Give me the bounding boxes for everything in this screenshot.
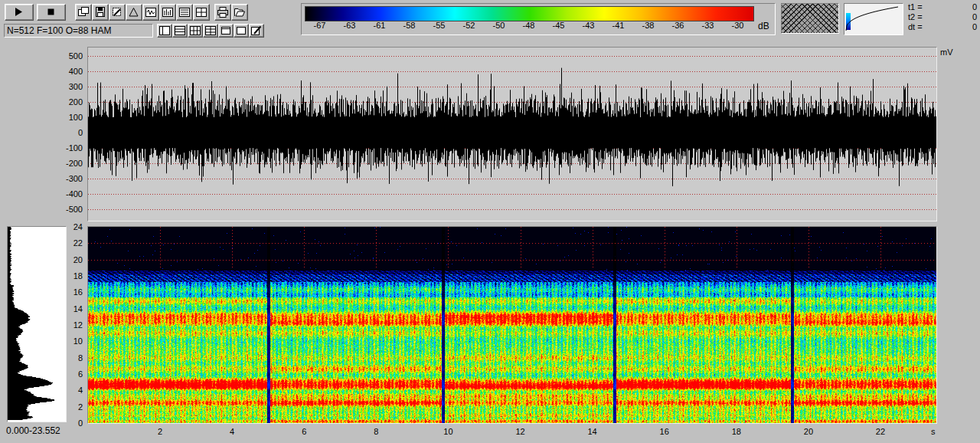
db-unit-label: dB (758, 21, 769, 31)
colorbar-tick: -38 (635, 21, 662, 30)
toolbar-row1 (5, 4, 248, 21)
colorbar-tick: -67 (306, 21, 334, 30)
colorbar-tick: -41 (605, 21, 632, 30)
colorbar-gradient (305, 6, 754, 21)
colorbar-tick: -48 (515, 21, 543, 30)
print-button[interactable] (214, 4, 231, 21)
blank-button[interactable] (234, 24, 249, 38)
spectrogram-analyzer-window: N=512 F=100 O=88 HAM -67-63-61-58-55-52-… (0, 0, 980, 443)
layout-lines-button[interactable] (172, 24, 188, 38)
grid-icon (204, 25, 217, 37)
seconds-unit-label: s (931, 427, 936, 436)
colorbar-tick: -30 (724, 21, 752, 30)
open-icon (234, 6, 246, 18)
t2-row: t2 = 0 (908, 12, 977, 22)
axis-tick: 20 (793, 427, 824, 436)
axis-tick: 16 (649, 427, 680, 436)
blank-icon (235, 25, 247, 37)
edit-icon (250, 25, 263, 37)
axis-tick: 10 (433, 427, 463, 436)
colorbar-tick: -63 (336, 21, 364, 30)
play-icon (13, 6, 25, 18)
mv-unit-label: mV (940, 48, 953, 57)
grid-plus-icon (189, 25, 201, 37)
export-icon (111, 6, 123, 18)
colorbar-tick: -50 (485, 21, 513, 30)
marker-button[interactable] (126, 4, 142, 21)
export-button[interactable] (109, 4, 126, 21)
view-spectrogram-icon (178, 6, 191, 18)
view-spectrogram-button[interactable] (176, 4, 193, 21)
spectrum-profile-plot (8, 227, 64, 420)
view-waveform-icon (145, 6, 157, 18)
axis-tick: 2 (145, 427, 175, 436)
window-button[interactable] (218, 24, 234, 38)
colorbar-tick: -43 (575, 21, 603, 30)
colorbar-tick: -58 (396, 21, 423, 30)
layout-left-icon (158, 25, 171, 37)
pattern-selector-box[interactable] (781, 3, 839, 34)
axis-tick: 14 (577, 427, 608, 436)
waveform-plot-frame (87, 47, 937, 222)
layout-lines-icon (174, 25, 186, 37)
colorbar-tick: -55 (426, 21, 453, 30)
transfer-curve (844, 4, 901, 33)
axis-tick: 22 (865, 427, 896, 436)
save-button[interactable] (92, 4, 109, 21)
t1-value: 0 (972, 2, 977, 12)
axis-tick: 8 (361, 427, 391, 436)
edit-button[interactable] (249, 24, 264, 38)
spectrum-profile-frame (7, 226, 67, 422)
colorbar-tick: -33 (694, 21, 722, 30)
t1-row: t1 = 0 (908, 2, 977, 12)
open-button[interactable] (231, 4, 248, 21)
t2-label: t2 = (908, 12, 923, 22)
marker-icon (128, 6, 140, 18)
colorbar-tick: -52 (456, 21, 483, 30)
t2-value: 0 (972, 12, 977, 22)
colorbar-tick: -61 (366, 21, 394, 30)
view-waveform-button[interactable] (142, 4, 159, 21)
view-grid-icon (195, 6, 207, 18)
grid-button[interactable] (203, 24, 218, 38)
save-icon (94, 6, 106, 18)
dt-label: dt = (908, 22, 923, 32)
t1-label: t1 = (908, 2, 923, 12)
time-cursor-readouts: t1 = 0 t2 = 0 dt = 0 (908, 2, 977, 32)
axis-tick: 18 (721, 427, 752, 436)
spectrogram-plot[interactable] (88, 227, 936, 423)
time-range-label: 0.000-23.552 (6, 425, 60, 436)
waveform-plot[interactable] (88, 48, 936, 221)
colorbar-tick: -45 (545, 21, 573, 30)
spectrogram-plot-frame (87, 226, 937, 424)
axis-tick: 12 (505, 427, 536, 436)
play-button[interactable] (5, 4, 34, 21)
toolbar-row2 (157, 24, 264, 38)
dt-row: dt = 0 (908, 22, 977, 32)
view-grid-button[interactable] (193, 4, 210, 21)
grid-plus-button[interactable] (188, 24, 203, 38)
axis-tick: 6 (289, 427, 319, 436)
view-bars-button[interactable] (159, 4, 176, 21)
colorbar-tick: -36 (665, 21, 692, 30)
axis-tick: 4 (217, 427, 247, 436)
dt-value: 0 (972, 22, 977, 32)
window-icon (220, 25, 232, 37)
print-icon (217, 6, 229, 18)
db-colorbar: -67-63-61-58-55-52-50-48-45-43-41-38-36-… (301, 3, 776, 35)
transfer-curve-box[interactable] (844, 3, 903, 35)
layout-left-button[interactable] (157, 24, 172, 38)
view-bars-icon (162, 6, 174, 18)
